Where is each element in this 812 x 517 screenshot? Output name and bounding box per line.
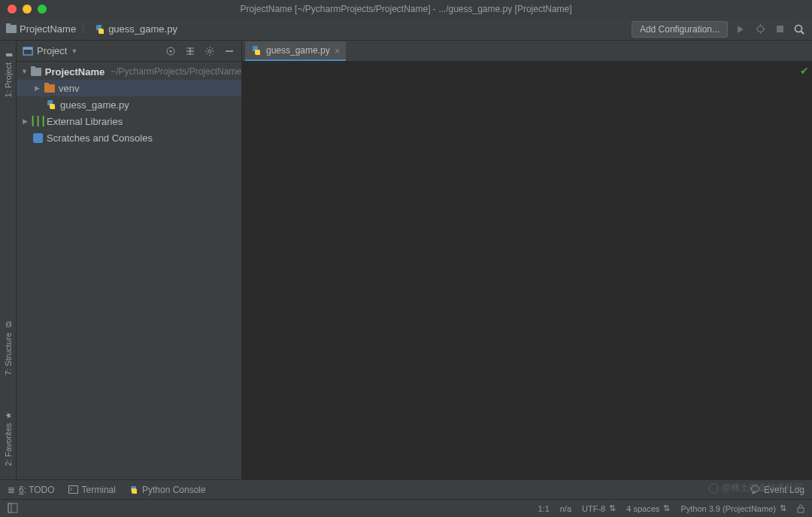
minimize-window-button[interactable] — [23, 5, 32, 14]
updown-icon: ⇅ — [777, 503, 786, 513]
tree-external-label: External Libraries — [47, 116, 123, 127]
stop-button[interactable] — [773, 23, 786, 36]
svg-rect-5 — [777, 26, 783, 32]
debug-button[interactable] — [753, 23, 767, 36]
terminal-label: Terminal — [82, 485, 116, 495]
interpreter-label: Python 3.9 (ProjectName) — [680, 504, 776, 513]
project-tool-window: Project ▼ ▼ — [17, 41, 242, 479]
locate-button[interactable] — [165, 45, 177, 57]
read-lock-icon[interactable] — [797, 504, 804, 513]
rail-favorites-label: 2: Favorites — [4, 423, 13, 466]
rail-structure-tab[interactable]: 7: Structure ⧉ — [2, 314, 14, 382]
expand-all-button[interactable] — [184, 45, 196, 57]
inspection-ok-icon[interactable]: ✔ — [800, 65, 809, 77]
settings-button[interactable] — [204, 45, 216, 57]
close-window-button[interactable] — [8, 5, 17, 14]
libraries-icon: ┃┃┃ — [32, 115, 44, 127]
watermark-label: @稀土掘金技术社区 — [722, 482, 803, 494]
svg-rect-18 — [68, 486, 77, 494]
svg-point-16 — [208, 50, 211, 53]
terminal-icon — [68, 485, 78, 494]
tree-root-path: ~/PycharmProjects/ProjectName — [111, 66, 241, 77]
breadcrumb-file[interactable]: guess_game.py — [95, 23, 177, 35]
window-controls — [0, 5, 47, 14]
todo-tool-button[interactable]: ≣ 6: TODO — [8, 485, 55, 495]
rail-project-label: 1: Project — [4, 62, 13, 97]
tree-venv-label: venv — [59, 83, 79, 94]
folder-icon — [31, 68, 41, 76]
run-button[interactable] — [734, 23, 747, 36]
code-editor[interactable]: ✔ — [242, 62, 812, 479]
python-icon — [129, 485, 138, 494]
venv-folder-icon — [44, 84, 55, 93]
caret-position[interactable]: 1:1 — [538, 504, 549, 513]
rail-project-tab[interactable]: 1: Project ▮ — [2, 44, 14, 103]
svg-rect-22 — [798, 508, 804, 512]
editor-tab-guess-game[interactable]: guess_game.py × — [245, 41, 346, 61]
indent-config[interactable]: 4 spaces ⇅ — [626, 503, 670, 513]
todo-label: 6: TODO — [19, 485, 55, 495]
project-tree: ▼ ProjectName ~/PycharmProjects/ProjectN… — [17, 62, 241, 147]
tree-file-node[interactable]: guess_game.py — [17, 96, 241, 113]
tree-external-libs-node[interactable]: ▶ ┃┃┃ External Libraries — [17, 113, 241, 129]
breadcrumb-file-label: guess_game.py — [108, 23, 177, 35]
svg-rect-9 — [23, 47, 32, 50]
updown-icon: ⇅ — [607, 503, 616, 513]
python-console-label: Python Console — [142, 485, 206, 495]
expand-arrow-icon: ▶ — [33, 84, 41, 92]
svg-point-0 — [757, 26, 763, 32]
breadcrumb-project[interactable]: ProjectName — [6, 23, 76, 35]
navbar-right: Add Configuration... — [632, 21, 806, 38]
encoding-label: UTF-8 — [582, 504, 605, 513]
logo-icon — [708, 483, 719, 494]
star-icon: ★ — [3, 411, 13, 418]
svg-line-7 — [801, 31, 804, 34]
close-tab-button[interactable]: × — [335, 45, 341, 56]
svg-point-11 — [170, 50, 172, 52]
editor-area: guess_game.py × ✔ — [242, 41, 812, 479]
file-encoding[interactable]: UTF-8 ⇅ — [582, 503, 616, 513]
updown-icon: ⇅ — [661, 503, 670, 513]
tool-windows-button[interactable] — [8, 503, 21, 515]
project-view-label: Project — [37, 45, 67, 56]
editor-tab-label: guess_game.py — [266, 45, 330, 56]
tree-root-label: ProjectName — [45, 66, 105, 78]
indent-label: 4 spaces — [626, 504, 659, 513]
python-console-tool-button[interactable]: Python Console — [129, 485, 206, 495]
bottom-tool-bar: ≣ 6: TODO Terminal Python Console Event … — [0, 479, 812, 499]
add-configuration-button[interactable]: Add Configuration... — [632, 21, 728, 38]
project-view-icon — [23, 46, 33, 56]
watermark-text: @稀土掘金技术社区 — [708, 482, 803, 494]
expand-arrow-icon: ▶ — [21, 117, 29, 125]
python-interpreter[interactable]: Python 3.9 (ProjectName) ⇅ — [680, 503, 786, 513]
python-file-icon — [95, 24, 105, 35]
tree-venv-node[interactable]: ▶ venv — [17, 80, 241, 96]
structure-icon: ⧉ — [3, 321, 13, 327]
python-file-icon — [46, 99, 56, 110]
breadcrumb-separator: 〉 — [80, 23, 90, 36]
tree-root-node[interactable]: ▼ ProjectName ~/PycharmProjects/ProjectN… — [17, 63, 241, 80]
left-tool-rail: 1: Project ▮ 7: Structure ⧉ 2: Favorites… — [0, 41, 17, 479]
line-separator[interactable]: n/a — [560, 504, 571, 513]
folder-icon — [6, 25, 17, 33]
window-title: ProjectName [~/PycharmProjects/ProjectNa… — [240, 4, 571, 14]
terminal-tool-button[interactable]: Terminal — [68, 485, 116, 495]
navigation-bar: ProjectName 〉 guess_game.py Add Configur… — [0, 18, 812, 41]
search-everywhere-button[interactable] — [792, 23, 806, 36]
rail-structure-label: 7: Structure — [4, 333, 13, 376]
svg-point-6 — [795, 25, 802, 32]
svg-rect-20 — [8, 503, 17, 512]
svg-point-23 — [709, 484, 718, 493]
tree-file-label: guess_game.py — [60, 99, 129, 111]
tree-scratches-node[interactable]: Scratches and Consoles — [17, 129, 241, 146]
breadcrumb-project-label: ProjectName — [20, 23, 76, 35]
titlebar: ProjectName [~/PycharmProjects/ProjectNa… — [0, 0, 812, 18]
maximize-window-button[interactable] — [38, 5, 47, 14]
breadcrumb: ProjectName 〉 guess_game.py — [6, 23, 632, 36]
project-panel-header: Project ▼ — [17, 41, 241, 62]
hide-button[interactable] — [223, 45, 235, 57]
rail-favorites-tab[interactable]: 2: Favorites ★ — [2, 404, 14, 472]
list-icon: ≣ — [8, 485, 15, 495]
project-view-selector[interactable]: Project ▼ — [23, 45, 160, 56]
folder-icon: ▮ — [3, 53, 13, 57]
